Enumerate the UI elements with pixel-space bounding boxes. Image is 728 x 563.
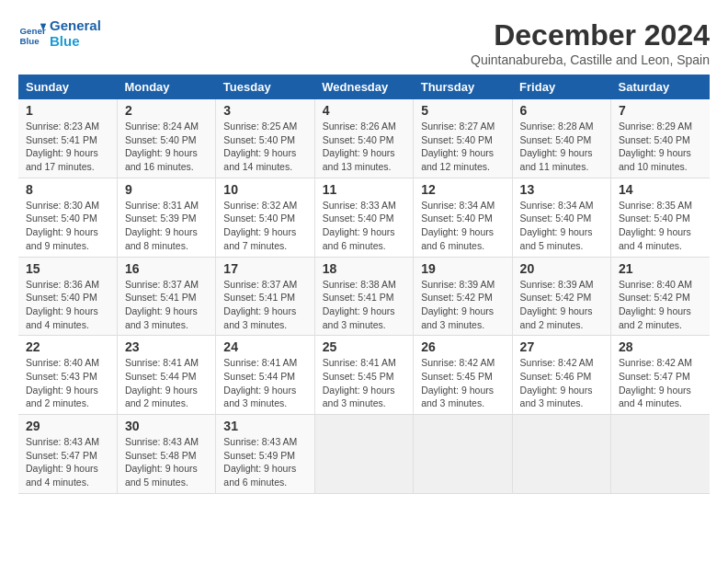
day-cell: 19 Sunrise: 8:39 AMSunset: 5:42 PMDaylig… <box>414 257 512 336</box>
day-number: 23 <box>125 339 208 354</box>
day-cell: 10 Sunrise: 8:32 AMSunset: 5:40 PMDaylig… <box>216 178 314 257</box>
day-number: 8 <box>26 182 109 197</box>
day-cell: 17 Sunrise: 8:37 AMSunset: 5:41 PMDaylig… <box>216 257 314 336</box>
day-cell: 21 Sunrise: 8:40 AMSunset: 5:42 PMDaylig… <box>611 257 710 336</box>
day-number: 30 <box>125 419 208 433</box>
day-cell: 4 Sunrise: 8:26 AMSunset: 5:40 PMDayligh… <box>314 99 413 178</box>
week-row-2: 8 Sunrise: 8:30 AMSunset: 5:40 PMDayligh… <box>18 178 710 257</box>
day-number: 20 <box>520 261 603 276</box>
day-info: Sunrise: 8:28 AMSunset: 5:40 PMDaylight:… <box>520 121 594 172</box>
day-info: Sunrise: 8:43 AMSunset: 5:49 PMDaylight:… <box>223 436 297 488</box>
day-number: 17 <box>223 261 306 276</box>
day-number: 28 <box>619 339 702 354</box>
header-monday: Monday <box>117 75 215 99</box>
day-info: Sunrise: 8:37 AMSunset: 5:41 PMDaylight:… <box>125 279 199 330</box>
week-row-5: 29 Sunrise: 8:43 AMSunset: 5:47 PMDaylig… <box>18 415 710 494</box>
day-info: Sunrise: 8:41 AMSunset: 5:44 PMDaylight:… <box>125 357 199 408</box>
day-cell: 28 Sunrise: 8:42 AMSunset: 5:47 PMDaylig… <box>611 336 710 415</box>
day-info: Sunrise: 8:43 AMSunset: 5:48 PMDaylight:… <box>125 436 199 488</box>
day-number: 13 <box>520 182 603 197</box>
day-cell <box>414 415 512 494</box>
header-sunday: Sunday <box>18 75 117 99</box>
main-title: December 2024 <box>471 18 710 52</box>
logo-line2: Blue <box>50 34 101 50</box>
day-cell: 15 Sunrise: 8:36 AMSunset: 5:40 PMDaylig… <box>18 257 117 336</box>
day-cell: 29 Sunrise: 8:43 AMSunset: 5:47 PMDaylig… <box>18 415 117 494</box>
header-friday: Friday <box>512 75 610 99</box>
day-info: Sunrise: 8:35 AMSunset: 5:40 PMDaylight:… <box>619 200 692 251</box>
day-number: 25 <box>323 339 405 354</box>
day-number: 26 <box>421 339 504 354</box>
day-number: 12 <box>421 182 504 197</box>
page-header: General Blue General Blue December 2024 … <box>18 18 710 67</box>
svg-text:Blue: Blue <box>20 35 40 45</box>
subtitle: Quintanabureba, Castille and Leon, Spain <box>471 52 710 67</box>
day-cell: 9 Sunrise: 8:31 AMSunset: 5:39 PMDayligh… <box>117 178 215 257</box>
day-cell: 27 Sunrise: 8:42 AMSunset: 5:46 PMDaylig… <box>512 336 610 415</box>
day-number: 2 <box>125 103 208 118</box>
day-number: 27 <box>520 339 603 354</box>
day-info: Sunrise: 8:34 AMSunset: 5:40 PMDaylight:… <box>520 200 594 251</box>
day-cell: 12 Sunrise: 8:34 AMSunset: 5:40 PMDaylig… <box>414 178 512 257</box>
day-info: Sunrise: 8:41 AMSunset: 5:45 PMDaylight:… <box>323 357 396 408</box>
day-number: 9 <box>125 182 208 197</box>
day-cell: 30 Sunrise: 8:43 AMSunset: 5:48 PMDaylig… <box>117 415 215 494</box>
day-cell: 1 Sunrise: 8:23 AMSunset: 5:41 PMDayligh… <box>18 99 117 178</box>
day-cell <box>314 415 413 494</box>
day-cell: 6 Sunrise: 8:28 AMSunset: 5:40 PMDayligh… <box>512 99 610 178</box>
day-cell: 18 Sunrise: 8:38 AMSunset: 5:41 PMDaylig… <box>314 257 413 336</box>
week-row-3: 15 Sunrise: 8:36 AMSunset: 5:40 PMDaylig… <box>18 257 710 336</box>
day-number: 19 <box>421 261 504 276</box>
day-cell <box>611 415 710 494</box>
day-number: 6 <box>520 103 603 118</box>
day-info: Sunrise: 8:30 AMSunset: 5:40 PMDaylight:… <box>26 200 99 251</box>
day-cell: 26 Sunrise: 8:42 AMSunset: 5:45 PMDaylig… <box>414 336 512 415</box>
day-cell: 20 Sunrise: 8:39 AMSunset: 5:42 PMDaylig… <box>512 257 610 336</box>
header-saturday: Saturday <box>611 75 710 99</box>
logo: General Blue General Blue <box>18 18 101 49</box>
header-wednesday: Wednesday <box>314 75 413 99</box>
day-info: Sunrise: 8:43 AMSunset: 5:47 PMDaylight:… <box>26 436 99 488</box>
day-info: Sunrise: 8:26 AMSunset: 5:40 PMDaylight:… <box>323 121 396 172</box>
day-cell: 14 Sunrise: 8:35 AMSunset: 5:40 PMDaylig… <box>611 178 710 257</box>
day-cell: 23 Sunrise: 8:41 AMSunset: 5:44 PMDaylig… <box>117 336 215 415</box>
day-info: Sunrise: 8:23 AMSunset: 5:41 PMDaylight:… <box>26 121 99 172</box>
day-number: 16 <box>125 261 208 276</box>
day-cell: 3 Sunrise: 8:25 AMSunset: 5:40 PMDayligh… <box>216 99 314 178</box>
title-section: December 2024 Quintanabureba, Castille a… <box>471 18 710 67</box>
day-cell: 16 Sunrise: 8:37 AMSunset: 5:41 PMDaylig… <box>117 257 215 336</box>
day-number: 22 <box>26 339 109 354</box>
day-number: 31 <box>223 419 306 433</box>
day-info: Sunrise: 8:40 AMSunset: 5:42 PMDaylight:… <box>619 279 692 330</box>
day-cell: 24 Sunrise: 8:41 AMSunset: 5:44 PMDaylig… <box>216 336 314 415</box>
day-cell: 2 Sunrise: 8:24 AMSunset: 5:40 PMDayligh… <box>117 99 215 178</box>
day-cell: 25 Sunrise: 8:41 AMSunset: 5:45 PMDaylig… <box>314 336 413 415</box>
day-cell: 5 Sunrise: 8:27 AMSunset: 5:40 PMDayligh… <box>414 99 512 178</box>
day-cell: 7 Sunrise: 8:29 AMSunset: 5:40 PMDayligh… <box>611 99 710 178</box>
day-info: Sunrise: 8:41 AMSunset: 5:44 PMDaylight:… <box>223 357 297 408</box>
header-row: SundayMondayTuesdayWednesdayThursdayFrid… <box>18 75 710 99</box>
week-row-1: 1 Sunrise: 8:23 AMSunset: 5:41 PMDayligh… <box>18 99 710 178</box>
week-row-4: 22 Sunrise: 8:40 AMSunset: 5:43 PMDaylig… <box>18 336 710 415</box>
day-number: 11 <box>323 182 405 197</box>
day-cell: 31 Sunrise: 8:43 AMSunset: 5:49 PMDaylig… <box>216 415 314 494</box>
day-info: Sunrise: 8:39 AMSunset: 5:42 PMDaylight:… <box>421 279 495 330</box>
day-number: 1 <box>26 103 109 118</box>
day-number: 21 <box>619 261 702 276</box>
day-number: 18 <box>323 261 405 276</box>
day-info: Sunrise: 8:27 AMSunset: 5:40 PMDaylight:… <box>421 121 495 172</box>
day-info: Sunrise: 8:42 AMSunset: 5:47 PMDaylight:… <box>619 357 692 408</box>
day-info: Sunrise: 8:39 AMSunset: 5:42 PMDaylight:… <box>520 279 594 330</box>
day-number: 29 <box>26 419 109 433</box>
day-info: Sunrise: 8:38 AMSunset: 5:41 PMDaylight:… <box>323 279 396 330</box>
logo-line1: General <box>50 18 101 34</box>
logo-icon: General Blue <box>18 20 46 48</box>
day-number: 10 <box>223 182 306 197</box>
day-info: Sunrise: 8:32 AMSunset: 5:40 PMDaylight:… <box>223 200 297 251</box>
day-info: Sunrise: 8:25 AMSunset: 5:40 PMDaylight:… <box>223 121 297 172</box>
day-number: 15 <box>26 261 109 276</box>
day-cell: 22 Sunrise: 8:40 AMSunset: 5:43 PMDaylig… <box>18 336 117 415</box>
day-number: 4 <box>323 103 405 118</box>
day-info: Sunrise: 8:40 AMSunset: 5:43 PMDaylight:… <box>26 357 99 408</box>
header-thursday: Thursday <box>414 75 512 99</box>
